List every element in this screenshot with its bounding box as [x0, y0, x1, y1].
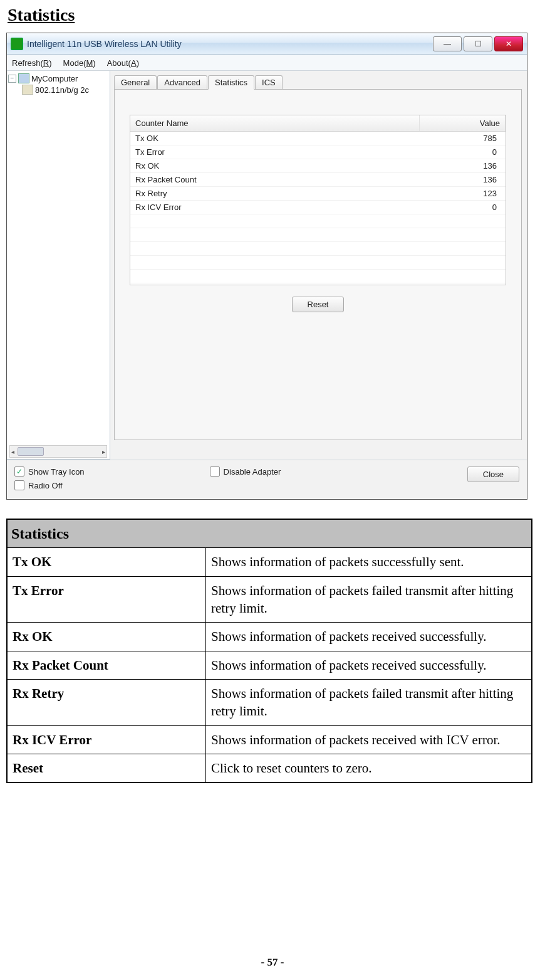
titlebar[interactable]: Intelligent 11n USB Wireless LAN Utility…	[7, 33, 527, 55]
definition-desc: Shows information of packets received su…	[206, 623, 532, 651]
show-tray-label: Show Tray Icon	[28, 467, 85, 477]
tab-ics[interactable]: ICS	[255, 75, 283, 89]
counter-name: Tx Error	[130, 145, 417, 159]
window-body: − MyComputer 802.11n/b/g 2c ◂ ▸ General …	[7, 71, 527, 460]
page-heading: Statistics	[8, 5, 539, 25]
reset-button[interactable]: Reset	[292, 297, 345, 312]
menu-refresh[interactable]: Refresh(R)	[12, 58, 52, 68]
tab-panel: Counter Name Value Tx OK785Tx Error0Rx O…	[114, 89, 522, 440]
counter-value: 0	[417, 201, 506, 214]
tabs: General Advanced Statistics ICS	[114, 75, 522, 89]
app-icon	[11, 38, 23, 50]
definition-term: Tx OK	[7, 548, 206, 576]
checkbox-icon	[14, 480, 24, 490]
definitions-heading: Statistics	[7, 519, 532, 548]
definition-term: Rx Packet Count	[7, 651, 206, 679]
counter-value: 123	[417, 187, 506, 200]
menubar: Refresh(R) Mode(M) About(A)	[7, 55, 527, 71]
definition-desc: Shows information of packets received wi…	[206, 725, 532, 754]
counter-value: 785	[417, 132, 506, 145]
counter-name: Rx Packet Count	[130, 173, 417, 186]
definition-term: Rx OK	[7, 623, 206, 651]
checkmark-icon: ✓	[14, 466, 24, 477]
minimize-button[interactable]: —	[433, 36, 462, 51]
page-number: - 57 -	[0, 956, 545, 969]
definition-term: Rx Retry	[7, 680, 206, 726]
tree-scrollbar[interactable]: ◂ ▸	[9, 445, 107, 458]
computer-icon	[18, 73, 29, 83]
definition-term: Tx Error	[7, 576, 206, 623]
table-row-empty	[130, 242, 506, 256]
definition-row: Tx OKShows information of packets succes…	[7, 548, 532, 576]
table-row-empty	[130, 270, 506, 283]
scroll-thumb[interactable]	[18, 447, 44, 456]
table-row[interactable]: Tx OK785	[130, 132, 506, 145]
definition-row: Tx ErrorShows information of packets fai…	[7, 576, 532, 623]
table-row[interactable]: Rx OK136	[130, 159, 506, 173]
tree-root-label: MyComputer	[31, 74, 78, 83]
device-tree[interactable]: − MyComputer 802.11n/b/g 2c ◂ ▸	[7, 71, 110, 460]
tree-root[interactable]: − MyComputer	[8, 73, 108, 83]
window-buttons: — ☐ ✕	[431, 36, 523, 51]
app-window: Intelligent 11n USB Wireless LAN Utility…	[6, 33, 527, 500]
definition-term: Reset	[7, 754, 206, 783]
scroll-right-icon[interactable]: ▸	[102, 448, 105, 455]
checkbox-icon	[210, 466, 220, 477]
counter-name: Rx ICV Error	[130, 201, 417, 214]
tab-advanced[interactable]: Advanced	[157, 75, 207, 89]
definition-row: Rx RetryShows information of packets fai…	[7, 680, 532, 726]
adapter-icon	[22, 85, 33, 95]
content-pane: General Advanced Statistics ICS Counter …	[110, 71, 527, 460]
definition-row: ResetClick to reset counters to zero.	[7, 754, 532, 783]
counter-value: 0	[417, 145, 506, 159]
tab-statistics[interactable]: Statistics	[208, 75, 254, 90]
radio-off-label: Radio Off	[28, 481, 63, 490]
definition-desc: Click to reset counters to zero.	[206, 754, 532, 783]
counter-value: 136	[417, 159, 506, 172]
counter-name: Rx Retry	[130, 187, 417, 200]
tree-child[interactable]: 802.11n/b/g 2c	[22, 85, 108, 95]
close-button[interactable]: Close	[467, 466, 519, 482]
grid-header: Counter Name Value	[130, 115, 506, 132]
maximize-button[interactable]: ☐	[464, 36, 492, 51]
definition-desc: Shows information of packets successfull…	[206, 548, 532, 576]
grid-head-value[interactable]: Value	[420, 115, 506, 131]
counter-value: 136	[417, 173, 506, 186]
tree-child-label: 802.11n/b/g 2c	[35, 85, 89, 95]
tree-toggle-icon[interactable]: −	[8, 75, 16, 83]
menu-about[interactable]: About(A)	[107, 58, 139, 68]
definition-row: Rx Packet CountShows information of pack…	[7, 651, 532, 679]
definition-row: Rx ICV ErrorShows information of packets…	[7, 725, 532, 754]
window-title: Intelligent 11n USB Wireless LAN Utility	[27, 39, 431, 49]
show-tray-checkbox[interactable]: ✓ Show Tray Icon	[14, 466, 85, 477]
window-footer: ✓ Show Tray Icon Radio Off Disable Adapt…	[7, 460, 527, 499]
close-window-button[interactable]: ✕	[494, 36, 523, 51]
radio-off-checkbox[interactable]: Radio Off	[14, 480, 85, 490]
table-row-empty	[130, 228, 506, 242]
definition-row: Rx OKShows information of packets receiv…	[7, 623, 532, 651]
statistics-grid: Counter Name Value Tx OK785Tx Error0Rx O…	[130, 115, 506, 285]
definition-desc: Shows information of packets failed tran…	[206, 576, 532, 623]
definition-desc: Shows information of packets failed tran…	[206, 680, 532, 726]
tab-general[interactable]: General	[114, 75, 157, 89]
grid-head-name[interactable]: Counter Name	[130, 115, 420, 131]
table-row-empty	[130, 256, 506, 270]
table-row[interactable]: Rx Packet Count136	[130, 173, 506, 187]
counter-name: Tx OK	[130, 132, 417, 145]
disable-adapter-checkbox[interactable]: Disable Adapter	[210, 466, 281, 477]
disable-adapter-label: Disable Adapter	[224, 467, 281, 477]
definitions-table: Statistics Tx OKShows information of pac…	[6, 519, 532, 783]
scroll-left-icon[interactable]: ◂	[11, 448, 14, 455]
table-row[interactable]: Tx Error0	[130, 145, 506, 159]
table-row[interactable]: Rx ICV Error0	[130, 201, 506, 214]
menu-mode[interactable]: Mode(M)	[63, 58, 96, 68]
table-row-empty	[130, 214, 506, 228]
definition-term: Rx ICV Error	[7, 725, 206, 754]
definition-desc: Shows information of packets received su…	[206, 651, 532, 679]
counter-name: Rx OK	[130, 159, 417, 172]
table-row[interactable]: Rx Retry123	[130, 187, 506, 201]
